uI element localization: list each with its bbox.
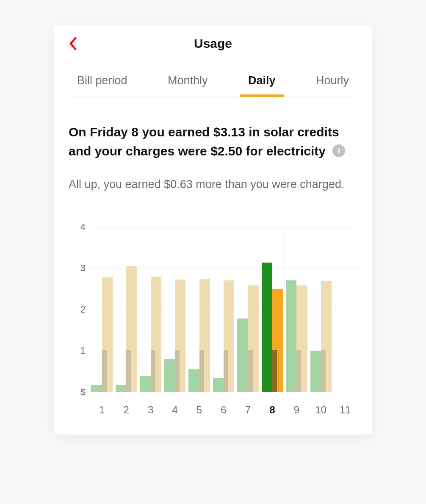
usage-chart[interactable]: 1234$ 1234567891011 — [69, 227, 357, 418]
x-tick-label: 1 — [90, 397, 114, 418]
bar-slot[interactable] — [163, 227, 187, 392]
x-tick-label: 3 — [138, 397, 163, 418]
tab-hourly[interactable]: Hourly — [316, 74, 349, 97]
x-tick-label: 5 — [187, 397, 211, 418]
charge-bar — [175, 280, 185, 392]
tabs: Bill periodMonthlyDailyHourly — [69, 62, 357, 97]
charge-base-bar — [126, 350, 131, 392]
x-tick-label: 7 — [236, 397, 260, 418]
bar-slot[interactable] — [285, 227, 309, 392]
chevron-left-icon — [69, 37, 77, 50]
charge-bar — [199, 279, 210, 392]
credit-bar — [262, 263, 272, 392]
credit-bar — [91, 385, 102, 392]
charge-bar — [296, 285, 307, 392]
charge-bar — [321, 281, 332, 392]
charge-bar — [272, 289, 283, 392]
tab-daily[interactable]: Daily — [248, 74, 276, 97]
charge-base-bar — [248, 350, 252, 392]
x-tick-label: 10 — [309, 397, 333, 418]
charge-base-bar — [296, 350, 301, 392]
y-tick-label: 3 — [69, 263, 86, 274]
bar-slot[interactable] — [114, 227, 138, 392]
charge-base-bar — [199, 350, 204, 392]
headline-text: On Friday 8 you earned $3.13 in solar cr… — [69, 125, 339, 158]
charge-bar — [102, 277, 113, 392]
x-tick-label: 8 — [260, 397, 284, 418]
credit-bar — [310, 351, 321, 392]
charge-bar — [151, 277, 161, 392]
charge-bar — [248, 285, 258, 392]
charge-base-bar — [175, 350, 180, 392]
bar-slot[interactable] — [333, 227, 357, 392]
usage-card: Usage Bill periodMonthlyDailyHourly On F… — [54, 25, 372, 435]
header: Usage — [54, 25, 372, 62]
usage-headline: On Friday 8 you earned $3.13 in solar cr… — [69, 122, 357, 161]
tab-monthly[interactable]: Monthly — [168, 74, 208, 97]
charge-base-bar — [224, 350, 228, 392]
charge-base-bar — [272, 350, 277, 392]
back-button[interactable] — [69, 37, 77, 50]
credit-bar — [188, 369, 199, 392]
charge-base-bar — [151, 350, 155, 392]
info-icon[interactable]: i — [332, 144, 345, 157]
bar-slot[interactable] — [90, 227, 114, 392]
x-tick-label: 2 — [114, 397, 138, 418]
y-axis-label: $ — [69, 387, 86, 398]
y-tick-label: 4 — [69, 222, 86, 233]
x-tick-label: 4 — [163, 397, 187, 418]
y-tick-label: 2 — [69, 304, 86, 315]
x-tick-label: 9 — [285, 397, 309, 418]
credit-bar — [213, 378, 224, 392]
usage-subline: All up, you earned $0.63 more than you w… — [69, 176, 357, 193]
bar-slot[interactable] — [138, 227, 163, 392]
charge-bar — [224, 280, 234, 392]
bar-slot[interactable] — [309, 227, 333, 392]
charge-base-bar — [321, 350, 326, 392]
charge-bar — [126, 266, 137, 392]
page-title: Usage — [194, 36, 232, 51]
credit-bar — [164, 359, 175, 392]
bar-slot[interactable] — [236, 227, 260, 392]
x-tick-label: 11 — [333, 397, 357, 418]
tab-bill-period[interactable]: Bill period — [77, 74, 127, 97]
bar-slot[interactable] — [211, 227, 235, 392]
bar-slot[interactable] — [187, 227, 211, 392]
x-tick-label: 6 — [211, 397, 235, 418]
charge-base-bar — [102, 350, 107, 392]
credit-bar — [116, 385, 126, 392]
credit-bar — [237, 318, 248, 392]
credit-bar — [140, 376, 150, 392]
y-tick-label: 1 — [69, 345, 86, 356]
bar-slot[interactable] — [260, 227, 284, 392]
credit-bar — [286, 280, 296, 392]
